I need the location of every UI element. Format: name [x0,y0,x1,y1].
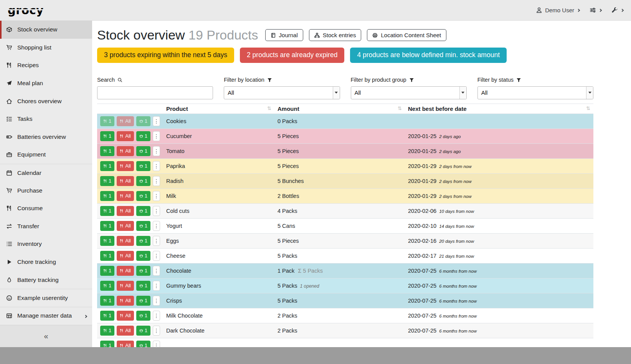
app-logo[interactable]: grocy [8,4,44,17]
row-menu-button[interactable]: ⋮ [153,161,160,171]
row-menu-button[interactable]: ⋮ [153,341,160,347]
open-one-button[interactable]: 1 [136,341,150,347]
row-menu-button[interactable]: ⋮ [153,326,160,336]
sidebar-item-calendar[interactable]: Calendar [0,164,92,182]
open-one-button[interactable]: 1 [136,266,150,276]
consume-one-button[interactable]: 1 [100,296,114,306]
sidebar-item-meal-plan[interactable]: Meal plan [0,74,92,92]
consume-one-button[interactable]: 1 [100,236,114,246]
amount-column-header[interactable]: Amount⇅ [274,104,405,114]
table-row: 1All1⋮Radish5 Bunches2020-01-292 days fr… [97,173,593,188]
open-one-button[interactable]: 1 [136,251,150,261]
consume-all-button[interactable]: All [117,146,134,156]
consume-one-button[interactable]: 1 [100,146,114,156]
consume-all-button[interactable]: All [117,296,134,306]
row-menu-button[interactable]: ⋮ [153,176,160,186]
location-filter-select[interactable]: All [224,86,340,99]
sidebar-item-battery-tracking[interactable]: Battery tracking [0,271,92,289]
open-one-button[interactable]: 1 [136,236,150,246]
consume-one-button[interactable]: 1 [100,266,114,276]
consume-one-button[interactable]: 1 [100,221,114,231]
alert-danger-button[interactable]: 2 products are already expired [240,48,344,63]
sidebar-item-recipes[interactable]: Recipes [0,56,92,74]
open-one-button[interactable]: 1 [136,131,150,141]
open-one-button[interactable]: 1 [136,116,150,126]
row-menu-button[interactable]: ⋮ [153,131,160,141]
consume-one-button[interactable]: 1 [100,131,114,141]
sidebar-item-example-userentity[interactable]: Example userentity [0,289,92,307]
location-content-sheet-button[interactable]: Location Content Sheet [367,29,446,41]
consume-all-button[interactable]: All [117,206,134,216]
consume-all-button[interactable]: All [117,176,134,186]
consume-one-button[interactable]: 1 [100,191,114,201]
consume-all-button[interactable]: All [117,131,134,141]
open-one-button[interactable]: 1 [136,146,150,156]
user-menu[interactable]: Demo User [536,7,580,13]
consume-one-button[interactable]: 1 [100,176,114,186]
alert-warning-button[interactable]: 3 products expiring within the next 5 da… [97,48,234,63]
consume-all-button[interactable]: All [117,116,134,126]
sidebar-item-stock-overview[interactable]: Stock overview [0,21,92,39]
sidebar-item-consume[interactable]: Consume [0,199,92,217]
open-one-button[interactable]: 1 [136,311,150,321]
consume-one-button[interactable]: 1 [100,341,114,347]
consume-all-button[interactable]: All [117,266,134,276]
alert-info-button[interactable]: 4 products are below defined min. stock … [350,48,507,63]
open-one-button[interactable]: 1 [136,206,150,216]
sidebar-item-chore-tracking[interactable]: Chore tracking [0,253,92,271]
open-one-button[interactable]: 1 [136,221,150,231]
search-input[interactable] [97,86,213,99]
consume-one-button[interactable]: 1 [100,311,114,321]
sidebar-item-tasks[interactable]: Tasks [0,110,92,128]
bbd-column-header[interactable]: Next best before date⇅ [405,104,593,114]
consume-all-button[interactable]: All [117,326,134,336]
settings-menu[interactable] [590,7,601,13]
admin-menu[interactable] [611,7,623,13]
sidebar-item-manage-master-data[interactable]: Manage master data [0,307,92,325]
sidebar-item-chores-overview[interactable]: Chores overview [0,92,92,110]
consume-all-button[interactable]: All [117,221,134,231]
consume-all-button[interactable]: All [117,161,134,171]
consume-all-button[interactable]: All [117,311,134,321]
product-group-filter-select[interactable]: All [351,86,467,99]
row-menu-button[interactable]: ⋮ [153,281,160,291]
row-menu-button[interactable]: ⋮ [153,236,160,246]
sidebar-collapse-button[interactable]: « [0,325,92,347]
open-one-button[interactable]: 1 [136,296,150,306]
consume-all-button[interactable]: All [117,236,134,246]
row-menu-button[interactable]: ⋮ [153,146,160,156]
sidebar-item-transfer[interactable]: Transfer [0,217,92,236]
row-menu-button[interactable]: ⋮ [153,296,160,306]
open-one-button[interactable]: 1 [136,281,150,291]
status-filter-select[interactable]: All [477,86,593,99]
row-menu-button[interactable]: ⋮ [153,191,160,201]
row-menu-button[interactable]: ⋮ [153,311,160,321]
consume-one-button[interactable]: 1 [100,116,114,126]
sidebar-item-shopping-list[interactable]: Shopping list [0,39,92,57]
open-one-button[interactable]: 1 [136,176,150,186]
sidebar-item-equipment[interactable]: Equipment [0,146,92,164]
journal-button[interactable]: Journal [265,29,303,41]
consume-all-button[interactable]: All [117,341,134,347]
sidebar-item-purchase[interactable]: Purchase [0,181,92,199]
product-column-header[interactable]: Product⇅ [163,104,274,114]
consume-one-button[interactable]: 1 [100,326,114,336]
consume-one-button[interactable]: 1 [100,281,114,291]
consume-one-button[interactable]: 1 [100,206,114,216]
consume-all-button[interactable]: All [117,251,134,261]
consume-all-button[interactable]: All [117,191,134,201]
consume-all-button[interactable]: All [117,281,134,291]
consume-one-button[interactable]: 1 [100,161,114,171]
sidebar-item-batteries-overview[interactable]: Batteries overview [0,128,92,146]
open-one-button[interactable]: 1 [136,326,150,336]
consume-one-button[interactable]: 1 [100,251,114,261]
sidebar-item-inventory[interactable]: Inventory [0,235,92,253]
row-menu-button[interactable]: ⋮ [153,221,160,231]
stock-entries-button[interactable]: Stock entries [309,29,362,41]
open-one-button[interactable]: 1 [136,161,150,171]
open-one-button[interactable]: 1 [136,191,150,201]
row-menu-button[interactable]: ⋮ [153,116,160,126]
row-menu-button[interactable]: ⋮ [153,206,160,216]
row-menu-button[interactable]: ⋮ [153,251,160,261]
row-menu-button[interactable]: ⋮ [153,266,160,276]
